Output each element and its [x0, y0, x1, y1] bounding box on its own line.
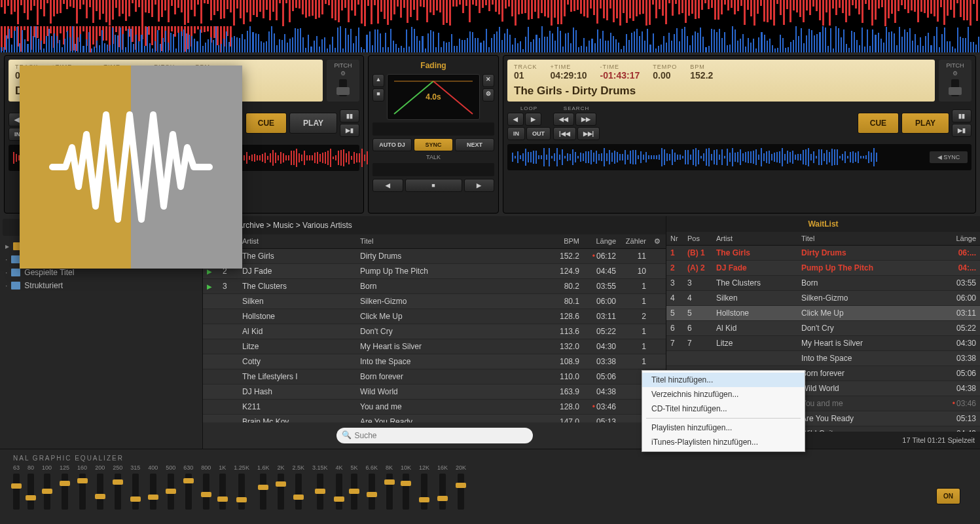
wl-col-pos[interactable]: Pos	[683, 232, 712, 245]
eq-slider[interactable]	[132, 474, 139, 510]
gear-icon[interactable]: ⚙	[953, 70, 958, 77]
table-row[interactable]: Silken Silken-Gizmo 80.1 06:00 1	[203, 294, 666, 309]
mixer-btn-1[interactable]: ▲	[372, 74, 384, 87]
deck-a-pitch-slider[interactable]: PITCH ⚙	[327, 60, 359, 102]
deck-a-cue-button[interactable]: CUE	[245, 113, 287, 134]
waitlist-row[interactable]: 3 3 The Clusters Born 03:55	[666, 276, 980, 291]
col-header-artist[interactable]: Artist	[238, 234, 356, 248]
context-menu-item[interactable]: Playlisten hinzufügen...	[642, 421, 805, 435]
deck-b-sync-button[interactable]: ◀ SYNC	[930, 151, 968, 163]
table-row[interactable]: K211 You and me 128.0 03:46 1	[203, 400, 666, 415]
table-row[interactable]: Hollstone Click Me Up 128.6 03:11 2	[203, 309, 666, 324]
center-sync-button[interactable]: SYNC	[414, 138, 453, 151]
wl-col-artist[interactable]: Artist	[712, 232, 797, 245]
table-row[interactable]: The Lifestylers I Born forever 110.0 05:…	[203, 369, 666, 384]
xfade-right[interactable]: ▶	[464, 179, 495, 192]
eq-slider[interactable]	[439, 474, 446, 510]
eq-slider[interactable]	[458, 474, 464, 510]
table-row[interactable]: Cotty Into the Space 108.9 03:38 1	[203, 354, 666, 369]
wl-col-lange[interactable]: Länge	[946, 232, 980, 245]
mixer-btn-3[interactable]: ✕	[482, 74, 494, 87]
search-input[interactable]	[336, 428, 533, 443]
eq-slider[interactable]	[13, 474, 20, 510]
waitlist-row[interactable]: 2 (A) 2 DJ Fade Pump Up The Pitch 04:...	[666, 261, 980, 276]
table-row[interactable]: ▶ 3 The Clusters Born 80.2 03:55 1	[203, 279, 666, 294]
deck-b-skip-back[interactable]: |◀◀	[553, 127, 576, 140]
deck-b-step[interactable]: ▶▮	[952, 124, 971, 137]
deck-b-pause[interactable]: ▮▮	[952, 109, 971, 122]
waitlist-row[interactable]: 5 5 Hollstone Click Me Up 03:11	[666, 306, 980, 321]
deck-a-step[interactable]: ▶▮	[340, 124, 359, 137]
eq-slider[interactable]	[97, 474, 103, 510]
waitlist-row[interactable]: 7 7 Litze My Heart is Silver 04:30	[666, 336, 980, 351]
deck-b-search-back[interactable]: ◀◀	[553, 113, 574, 126]
eq-slider[interactable]	[150, 474, 156, 510]
eq-slider[interactable]	[79, 474, 86, 510]
gear-icon[interactable]: ⚙	[340, 70, 346, 77]
context-menu-item[interactable]: iTunes-Playlisten hinzufügen...	[642, 435, 805, 449]
context-menu-item[interactable]: Titel hinzufügen...	[642, 373, 805, 387]
context-menu-item[interactable]: CD-Titel hinzufügen...	[642, 402, 805, 416]
eq-slider[interactable]	[238, 474, 245, 510]
deck-b-search-fwd[interactable]: ▶▶	[575, 113, 596, 126]
table-row[interactable]: DJ Hash Wild World 163.9 04:38 0	[203, 384, 666, 400]
context-menu-item[interactable]: Verzeichnis hinzufügen...	[642, 387, 805, 402]
deck-a-play-button[interactable]: PLAY	[289, 113, 337, 134]
deck-b-loop-out[interactable]: OUT	[526, 127, 551, 140]
eq-slider[interactable]	[278, 474, 284, 510]
xfade-center[interactable]: ■	[405, 179, 462, 192]
xfade-left[interactable]: ◀	[372, 179, 403, 192]
eq-slider[interactable]	[386, 474, 393, 510]
eq-slider[interactable]	[203, 474, 209, 510]
eq-slider[interactable]	[27, 474, 34, 510]
table-row[interactable]: ▶ 1 The Girls Dirty Drums 152.2 06:12 11	[203, 249, 666, 264]
deck-b-waveform[interactable]	[511, 147, 927, 168]
waitlist-row[interactable]: 4 4 Silken Silken-Gizmo 06:00	[666, 291, 980, 306]
eq-slider[interactable]	[219, 474, 226, 510]
col-header-lange[interactable]: Länge	[583, 234, 620, 248]
tree-item[interactable]: ·Strukturiert	[3, 279, 200, 292]
waitlist-row[interactable]: 6 6 Al Kid Don't Cry 05:22	[666, 321, 980, 336]
eq-slider[interactable]	[317, 474, 323, 510]
eq-on-button[interactable]: ON	[936, 488, 960, 504]
col-header-config-icon[interactable]: ⚙	[650, 234, 666, 248]
wl-col-nr[interactable]: Nr	[666, 232, 683, 245]
deck-b-play-button[interactable]: PLAY	[901, 113, 949, 134]
deck-b-pitch-slider[interactable]: PITCH ⚙	[939, 60, 971, 102]
deck-a-pause[interactable]: ▮▮	[340, 109, 359, 122]
col-header-titel[interactable]: Titel	[356, 234, 551, 248]
eq-slider[interactable]	[185, 474, 192, 510]
eq-slider[interactable]	[44, 474, 50, 510]
col-header-bpm[interactable]: BPM	[551, 234, 583, 248]
crossfader-main[interactable]	[372, 163, 494, 176]
wl-col-titel[interactable]: Titel	[797, 232, 946, 245]
eq-slider[interactable]	[260, 474, 266, 510]
table-row[interactable]: ▶ 2 DJ Fade Pump Up The Pitch 124.9 04:4…	[203, 264, 666, 279]
table-row[interactable]: Brain Mc Koy Are You Ready 147.0 05:13 3	[203, 415, 666, 422]
eq-slider[interactable]	[351, 474, 357, 510]
table-row[interactable]: Al Kid Don't Cry 113.6 05:22 1	[203, 324, 666, 339]
table-row[interactable]: Litze My Heart is Silver 132.0 04:30 1	[203, 339, 666, 354]
eq-slider[interactable]	[295, 474, 302, 510]
next-button[interactable]: NEXT	[455, 138, 494, 151]
deck-b-cue-button[interactable]: CUE	[858, 113, 899, 134]
eq-slider[interactable]	[403, 474, 409, 510]
eq-slider[interactable]	[62, 474, 68, 510]
deck-b-loop-next[interactable]: ▶	[525, 113, 541, 126]
eq-slider[interactable]	[168, 474, 174, 510]
auto-dj-button[interactable]: AUTO DJ	[372, 138, 412, 151]
eq-slider[interactable]	[369, 474, 375, 510]
mixer-btn-4[interactable]: ⚙	[482, 88, 494, 102]
col-header-zahler[interactable]: Zähler	[620, 234, 650, 248]
deck-b-skip-fwd[interactable]: ▶▶|	[577, 127, 600, 140]
overview-waveform[interactable]	[0, 0, 980, 52]
eq-slider[interactable]	[421, 474, 427, 510]
eq-slider[interactable]	[336, 474, 342, 510]
waitlist-row[interactable]: Into the Space 03:38	[666, 351, 980, 366]
mixer-btn-2[interactable]: ■	[372, 88, 384, 102]
crossfader-1[interactable]	[372, 122, 494, 136]
waitlist-row[interactable]: 1 (B) 1 The Girls Dirty Drums 06:...	[666, 246, 980, 261]
eq-slider[interactable]	[115, 474, 121, 510]
deck-b-loop-in[interactable]: IN	[507, 127, 525, 140]
deck-b-loop-prev[interactable]: ◀	[507, 113, 524, 126]
